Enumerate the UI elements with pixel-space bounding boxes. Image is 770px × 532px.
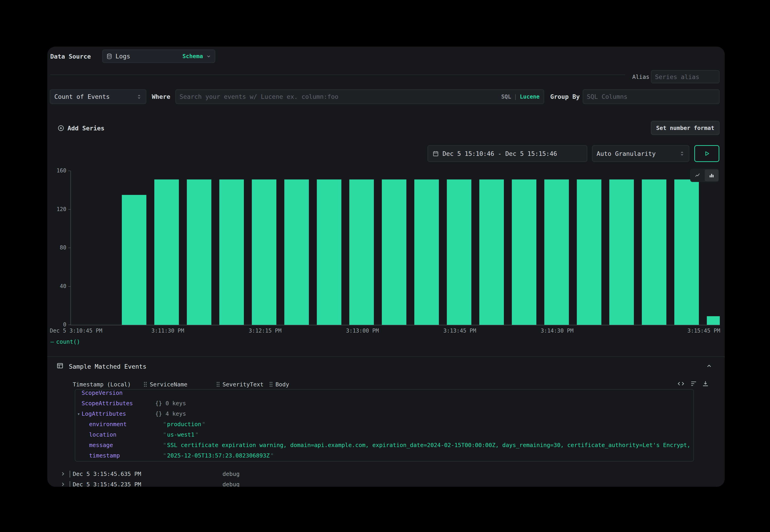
bar[interactable] <box>252 179 276 325</box>
download-icon[interactable] <box>702 380 709 387</box>
json-row[interactable]: location"us-west1" <box>75 430 693 440</box>
drag-handle-icon[interactable] <box>144 382 147 387</box>
legend-swatch: — <box>50 338 54 345</box>
aggregate-select[interactable]: Count of Events <box>50 89 146 104</box>
bar[interactable] <box>349 179 374 325</box>
json-row[interactable]: ScopeAttributes{} 0 keys <box>75 398 693 409</box>
run-query-button[interactable] <box>694 145 719 162</box>
group-by-input[interactable] <box>583 90 719 104</box>
bar[interactable] <box>414 179 439 325</box>
granularity-select[interactable]: Auto Granularity <box>592 145 689 162</box>
chart-legend[interactable]: — count() <box>50 338 80 345</box>
x-tick-label: 3:11:30 PM <box>151 328 184 334</box>
bar[interactable] <box>577 179 601 325</box>
y-tick-label: 120 <box>50 206 66 212</box>
json-key[interactable]: timestamp <box>89 450 120 461</box>
column-lines-icon[interactable] <box>690 380 697 387</box>
severity-bar <box>70 471 70 477</box>
bar[interactable] <box>707 316 720 325</box>
bar[interactable] <box>382 179 407 325</box>
json-row[interactable]: message"SSL certificate expiration warni… <box>75 440 693 450</box>
data-source-select[interactable]: Logs Schema <box>102 50 215 63</box>
json-value-text: production <box>167 421 201 428</box>
json-key[interactable]: location <box>89 430 116 440</box>
column-header[interactable]: Body <box>269 380 289 389</box>
json-key[interactable]: ScopeVersion <box>82 389 123 398</box>
json-value: "production" <box>162 419 206 430</box>
caret-down-icon[interactable]: ▾ <box>77 409 80 419</box>
chevron-updown-icon <box>679 151 685 156</box>
event-timestamp: Dec 5 3:15:45.635 PM <box>73 469 141 479</box>
bar[interactable] <box>447 179 471 325</box>
add-series-label: Add Series <box>67 125 105 132</box>
y-tick-label: 40 <box>50 283 66 289</box>
event-row[interactable]: Dec 5 3:15:45.235 PMdebug <box>47 479 725 487</box>
quote-mark: " <box>270 452 274 459</box>
expand-caret-icon[interactable] <box>60 481 66 487</box>
bar[interactable] <box>479 179 504 325</box>
bar[interactable] <box>219 179 244 325</box>
plus-circle-icon <box>57 125 64 132</box>
set-number-format-button[interactable]: Set number format <box>651 121 720 135</box>
collapse-chevron-icon[interactable] <box>706 363 712 369</box>
expand-caret-icon[interactable] <box>60 471 66 478</box>
code-view-icon[interactable] <box>677 380 685 387</box>
lucene-mode-toggle[interactable]: Lucene <box>520 94 540 100</box>
line-chart-toggle[interactable] <box>691 169 705 181</box>
json-row[interactable]: ScopeVersion <box>75 389 693 398</box>
bar[interactable] <box>284 179 309 325</box>
y-tick-mark <box>68 286 70 287</box>
quote-mark: " <box>163 421 166 428</box>
json-key[interactable]: message <box>89 440 113 450</box>
quote-mark: " <box>163 442 166 448</box>
event-detail-panel: ScopeVersionScopeAttributes{} 0 keys▾Log… <box>75 389 694 462</box>
y-tick-label: 0 <box>50 321 66 328</box>
events-columns: Timestamp (Local)ServiceNameSeverityText… <box>47 380 725 389</box>
json-key[interactable]: LogAttributes <box>82 409 126 419</box>
y-tick-mark <box>68 325 70 325</box>
x-tick-label: 3:13:00 PM <box>346 328 379 334</box>
y-tick-label: 160 <box>50 167 66 174</box>
aggregate-value: Count of Events <box>54 93 110 100</box>
bar[interactable] <box>154 179 179 325</box>
json-key[interactable]: environment <box>89 419 127 430</box>
quote-mark: " <box>202 421 205 428</box>
alias-input[interactable] <box>651 71 719 83</box>
time-range-picker[interactable]: Dec 5 15:10:46 - Dec 5 15:15:46 <box>428 145 587 162</box>
search-input[interactable] <box>176 90 501 104</box>
json-row[interactable]: ▾LogAttributes{} 4 keys <box>75 409 693 419</box>
column-label: Timestamp (Local) <box>73 381 131 388</box>
drag-handle-icon[interactable] <box>216 382 220 387</box>
column-header[interactable]: ServiceName <box>144 380 187 389</box>
json-row[interactable]: environment"production" <box>75 419 693 430</box>
bar[interactable] <box>512 179 536 325</box>
time-range-value: Dec 5 15:10:46 - Dec 5 15:15:46 <box>443 150 557 157</box>
x-tick-label: Dec 5 3:10:45 PM <box>50 328 102 334</box>
json-key[interactable]: ScopeAttributes <box>82 398 133 409</box>
chart-type-toggle <box>690 169 719 182</box>
bar[interactable] <box>609 179 634 325</box>
schema-link[interactable]: Schema <box>182 53 203 60</box>
table-icon <box>57 362 63 369</box>
bar[interactable] <box>642 179 666 325</box>
json-row[interactable]: timestamp"2025-12-05T13:57:23.082306893Z… <box>75 450 693 461</box>
event-timestamp: Dec 5 3:15:45.235 PM <box>73 479 141 487</box>
y-tick-label: 80 <box>50 244 66 251</box>
bar[interactable] <box>187 179 211 325</box>
add-series-button[interactable]: Add Series <box>57 123 105 133</box>
search-box[interactable]: SQL | Lucene <box>175 89 544 104</box>
drag-handle-icon[interactable] <box>269 382 273 387</box>
bar[interactable] <box>544 179 569 325</box>
event-row[interactable]: Dec 5 3:15:45.635 PMdebug <box>47 469 725 479</box>
group-by-label: Group By <box>550 89 580 104</box>
bar[interactable] <box>122 195 146 325</box>
granularity-value: Auto Granularity <box>597 150 656 157</box>
column-header[interactable]: SeverityText <box>216 380 264 389</box>
column-header[interactable]: Timestamp (Local) <box>73 380 131 389</box>
x-axis: Dec 5 3:10:45 PM3:11:30 PM3:12:15 PM3:13… <box>70 328 719 334</box>
bar[interactable] <box>317 179 341 325</box>
bar[interactable] <box>674 179 699 325</box>
bar-chart-toggle[interactable] <box>705 169 719 181</box>
where-label: Where <box>152 89 170 104</box>
sql-mode-toggle[interactable]: SQL <box>501 94 511 100</box>
